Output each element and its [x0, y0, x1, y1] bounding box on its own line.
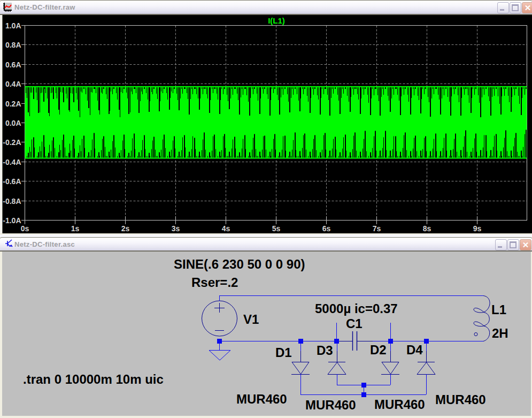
svg-text:MUR460: MUR460: [435, 392, 486, 407]
svg-text:.tran 0 10000m 10m uic: .tran 0 10000m 10m uic: [23, 372, 164, 386]
svg-text:1.0A: 1.0A: [5, 21, 21, 30]
svg-text:2s: 2s: [121, 224, 130, 233]
svg-text:D1: D1: [275, 345, 292, 360]
svg-text:5s: 5s: [272, 224, 281, 233]
svg-text:3s: 3s: [172, 224, 180, 233]
svg-text:MUR460: MUR460: [236, 392, 287, 406]
svg-text:-0.8A: -0.8A: [3, 197, 21, 206]
svg-text:-0.4A: -0.4A: [3, 158, 21, 166]
svg-text:MUR460: MUR460: [305, 398, 356, 412]
svg-text:Rser=.2: Rser=.2: [191, 275, 238, 290]
svg-text:D2: D2: [370, 343, 387, 357]
svg-text:0.4A: 0.4A: [5, 80, 21, 88]
svg-text:9s: 9s: [473, 224, 482, 233]
svg-text:2H: 2H: [492, 326, 508, 340]
svg-text:5000µ ic=0.37: 5000µ ic=0.37: [315, 301, 398, 316]
svg-text:C1: C1: [346, 316, 363, 331]
svg-text:V1: V1: [243, 312, 259, 326]
svg-text:7s: 7s: [373, 224, 381, 233]
svg-text:0.0A: 0.0A: [5, 119, 21, 127]
svg-text:4s: 4s: [222, 224, 230, 233]
svg-text:6s: 6s: [322, 224, 331, 233]
svg-text:0.8A: 0.8A: [5, 41, 21, 49]
svg-text:SINE(.6 230 50 0 0 90): SINE(.6 230 50 0 0 90): [174, 257, 305, 271]
svg-text:D3: D3: [317, 343, 333, 358]
svg-text:0.2A: 0.2A: [5, 100, 21, 108]
svg-text:0.6A: 0.6A: [5, 60, 21, 69]
svg-text:8s: 8s: [423, 224, 431, 233]
svg-text:I(L1): I(L1): [268, 16, 285, 25]
svg-text:-0.2A: -0.2A: [3, 138, 21, 147]
svg-text:-1.0A: -1.0A: [3, 216, 21, 225]
svg-text:L1: L1: [491, 302, 506, 317]
svg-text:D4: D4: [406, 343, 423, 357]
svg-text:0s: 0s: [21, 224, 29, 233]
svg-text:1s: 1s: [71, 224, 80, 233]
svg-text:-0.6A: -0.6A: [3, 177, 21, 186]
svg-text:MUR460: MUR460: [374, 397, 425, 412]
